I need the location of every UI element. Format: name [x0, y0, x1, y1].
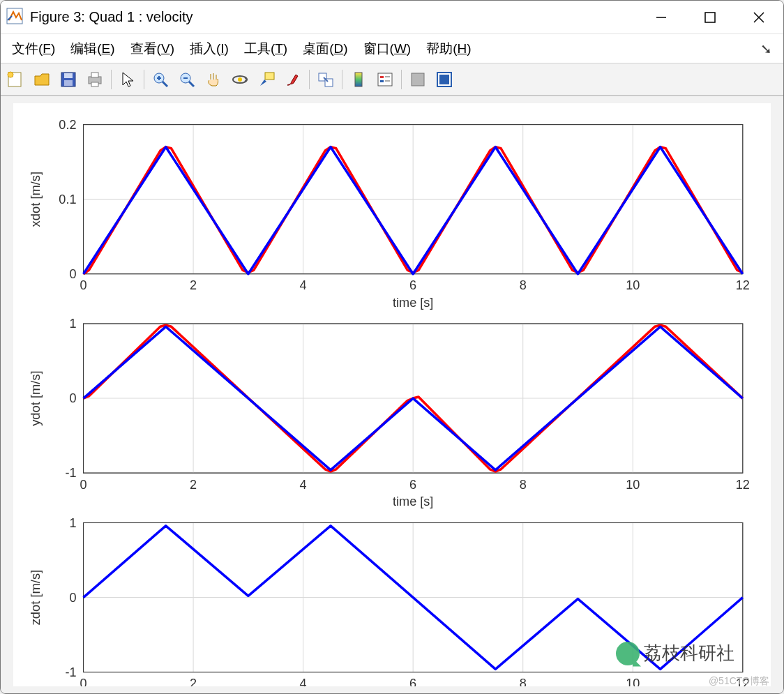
svg-line-18: [189, 82, 194, 86]
new-figure-icon[interactable]: [5, 69, 26, 90]
svg-rect-11: [91, 73, 98, 77]
rotate3d-icon[interactable]: [229, 69, 250, 90]
menu-file[interactable]: 文件(F): [5, 37, 62, 61]
svg-rect-28: [380, 80, 384, 82]
legend-icon[interactable]: [375, 69, 395, 90]
menu-view[interactable]: 查看(V): [123, 37, 181, 61]
svg-rect-26: [378, 73, 392, 86]
svg-text:0.1: 0.1: [59, 193, 76, 206]
svg-rect-9: [64, 80, 73, 86]
zoom-out-icon[interactable]: [176, 69, 197, 90]
save-icon[interactable]: [58, 69, 79, 90]
figure-window: Figure 3: Quad 1 : velocity 文件(F) 编辑(E) …: [0, 0, 784, 694]
toolbar: [1, 63, 783, 96]
svg-text:8: 8: [520, 278, 527, 292]
svg-text:0: 0: [69, 591, 76, 605]
svg-text:time [s]: time [s]: [393, 495, 433, 508]
svg-text:12: 12: [736, 477, 750, 491]
link-icon[interactable]: [315, 69, 336, 90]
charts-svg[interactable]: 02468101200.10.2time [s]xdot [m/s]024681…: [13, 103, 771, 686]
svg-text:4: 4: [300, 278, 307, 292]
menu-desktop[interactable]: 桌面(D): [296, 37, 354, 61]
svg-rect-27: [380, 76, 384, 78]
zoom-in-icon[interactable]: [150, 69, 171, 90]
svg-text:8: 8: [520, 677, 527, 686]
svg-rect-22: [265, 73, 274, 80]
menu-tools[interactable]: 工具(T): [237, 37, 294, 61]
svg-text:1: 1: [69, 516, 76, 530]
svg-text:4: 4: [300, 677, 307, 686]
colorbar-icon[interactable]: [348, 69, 369, 90]
svg-text:12: 12: [736, 278, 750, 292]
svg-text:6: 6: [409, 278, 416, 292]
svg-text:0: 0: [69, 391, 76, 405]
dock-icon[interactable]: ➘: [760, 40, 779, 57]
svg-line-14: [163, 82, 167, 86]
svg-text:10: 10: [626, 677, 640, 686]
toolbar-separator: [144, 70, 144, 89]
svg-point-6: [8, 72, 13, 77]
svg-rect-31: [412, 73, 424, 86]
svg-rect-12: [91, 82, 98, 86]
maximize-button[interactable]: [686, 1, 734, 33]
svg-text:xdot [m/s]: xdot [m/s]: [29, 172, 43, 227]
svg-text:6: 6: [409, 477, 416, 491]
titlebar[interactable]: Figure 3: Quad 1 : velocity: [1, 1, 783, 34]
svg-rect-8: [64, 73, 73, 78]
svg-text:2: 2: [190, 677, 197, 686]
toolbar-separator: [401, 70, 402, 89]
svg-text:2: 2: [190, 477, 197, 491]
matlab-icon: [6, 8, 23, 27]
toolbar-separator: [309, 70, 310, 89]
svg-text:0: 0: [80, 278, 87, 292]
svg-point-21: [238, 77, 242, 82]
menubar: 文件(F) 编辑(E) 查看(V) 插入(I) 工具(T) 桌面(D) 窗口(W…: [1, 34, 783, 63]
svg-text:10: 10: [626, 278, 640, 292]
svg-text:-1: -1: [65, 665, 76, 679]
svg-text:4: 4: [300, 477, 307, 491]
pointer-icon[interactable]: [117, 69, 138, 90]
svg-text:10: 10: [626, 477, 640, 491]
svg-text:time [s]: time [s]: [393, 295, 433, 309]
pan-icon[interactable]: [203, 69, 224, 90]
brush-icon[interactable]: [282, 69, 303, 90]
minimize-button[interactable]: [637, 1, 686, 33]
svg-text:0: 0: [80, 677, 87, 686]
menu-edit[interactable]: 编辑(E): [63, 37, 121, 61]
toolbar-separator: [342, 70, 342, 89]
window-controls: [637, 1, 783, 33]
svg-text:8: 8: [520, 477, 527, 491]
svg-text:zdot [m/s]: zdot [m/s]: [29, 570, 43, 626]
svg-rect-2: [705, 13, 715, 22]
svg-rect-25: [355, 73, 362, 86]
figure-area: 02468101200.10.2time [s]xdot [m/s]024681…: [1, 96, 783, 693]
svg-text:0.2: 0.2: [59, 118, 76, 132]
svg-text:0: 0: [69, 267, 76, 281]
print-icon[interactable]: [84, 69, 105, 90]
svg-text:-1: -1: [65, 466, 76, 480]
menu-window[interactable]: 窗口(W): [356, 37, 419, 61]
hide-plot-icon[interactable]: [407, 69, 428, 90]
menu-help[interactable]: 帮助(H): [419, 37, 478, 61]
close-button[interactable]: [734, 1, 783, 33]
svg-rect-33: [439, 75, 449, 84]
svg-text:1: 1: [69, 317, 76, 331]
svg-text:0: 0: [80, 477, 87, 491]
svg-text:ydot [m/s]: ydot [m/s]: [29, 370, 43, 426]
svg-text:6: 6: [409, 677, 416, 686]
subplot-icon[interactable]: [434, 69, 455, 90]
wechat-icon: [616, 642, 640, 665]
menu-insert[interactable]: 插入(I): [183, 37, 236, 61]
toolbar-separator: [111, 70, 112, 89]
watermark-credit: @51CTO博客: [709, 675, 769, 688]
svg-text:2: 2: [190, 278, 197, 292]
data-cursor-icon[interactable]: [256, 69, 277, 90]
watermark-brand-text: 荔枝科研社: [644, 641, 734, 665]
open-icon[interactable]: [31, 69, 52, 90]
watermark-brand: 荔枝科研社: [616, 641, 734, 665]
window-title: Figure 3: Quad 1 : velocity: [30, 9, 637, 25]
